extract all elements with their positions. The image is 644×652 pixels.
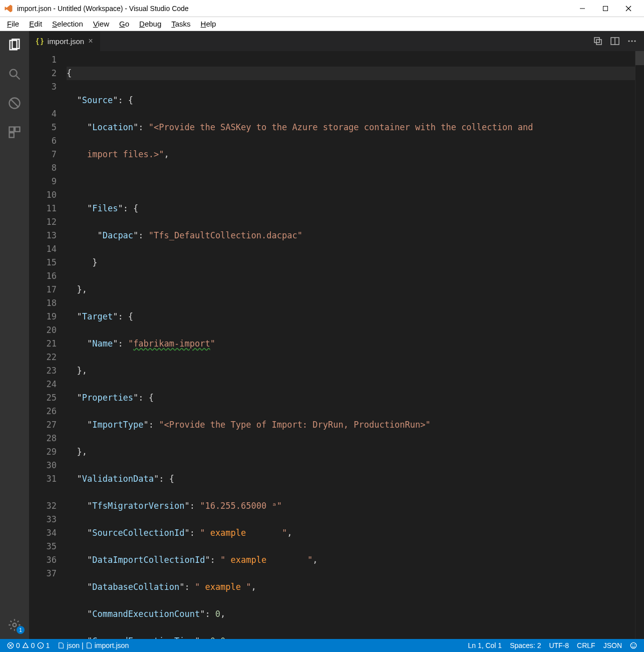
- settings-badge: 1: [17, 626, 25, 634]
- file-icon: [58, 642, 65, 649]
- vscode-icon: [4, 4, 13, 13]
- breadcrumb-file: import.json: [95, 641, 129, 649]
- window-controls: [571, 0, 640, 17]
- svg-rect-11: [15, 127, 20, 132]
- tab-close-icon[interactable]: ×: [88, 37, 93, 46]
- file-icon: [86, 642, 93, 649]
- svg-line-9: [11, 99, 19, 107]
- menubar: File Edit Selection View Go Debug Tasks …: [0, 17, 644, 31]
- extensions-icon[interactable]: [6, 123, 24, 141]
- split-editor-icon[interactable]: [610, 36, 620, 46]
- svg-rect-15: [596, 40, 601, 45]
- svg-point-13: [13, 623, 17, 627]
- svg-rect-10: [10, 127, 14, 132]
- menu-file[interactable]: File: [2, 19, 24, 29]
- menu-help[interactable]: Help: [196, 19, 221, 29]
- svg-point-29: [634, 644, 635, 645]
- titlebar: import.json - Untitled (Workspace) - Vis…: [0, 0, 644, 17]
- svg-point-19: [631, 40, 632, 42]
- editor-actions: [586, 31, 644, 51]
- search-icon[interactable]: [6, 65, 24, 83]
- svg-point-18: [628, 40, 629, 42]
- status-encoding[interactable]: UTF-8: [547, 639, 571, 652]
- svg-rect-1: [603, 6, 608, 11]
- status-problems[interactable]: 0 0 1: [5, 639, 52, 652]
- svg-rect-14: [594, 38, 599, 43]
- svg-rect-12: [10, 133, 14, 137]
- editor[interactable]: 1234567891011121314151617181920212223242…: [29, 51, 644, 639]
- status-language[interactable]: JSON: [601, 639, 624, 652]
- settings-icon[interactable]: 1: [6, 616, 24, 634]
- menu-go[interactable]: Go: [114, 19, 134, 29]
- status-info-count: 1: [46, 641, 50, 649]
- svg-point-20: [634, 40, 635, 42]
- json-file-icon: { }: [36, 37, 44, 45]
- more-actions-icon[interactable]: [627, 36, 637, 46]
- svg-point-27: [630, 642, 636, 648]
- activitybar: 1: [0, 31, 29, 639]
- tab-label: import.json: [48, 37, 84, 46]
- window-title: import.json - Untitled (Workspace) - Vis…: [17, 5, 571, 13]
- status-cursor[interactable]: Ln 1, Col 1: [466, 639, 504, 652]
- close-button[interactable]: [617, 0, 640, 17]
- status-indent[interactable]: Spaces: 2: [508, 639, 543, 652]
- menu-selection[interactable]: Selection: [47, 19, 88, 29]
- breadcrumb-folder: json: [67, 641, 80, 649]
- tabbar: { } import.json ×: [29, 31, 644, 51]
- svg-line-7: [17, 76, 20, 80]
- status-breadcrumb[interactable]: json | import.json: [56, 639, 131, 652]
- code-content[interactable]: { "Source": { "Location": "<Provide the …: [67, 51, 635, 639]
- statusbar: 0 0 1 json | import.json Ln 1, Col 1 Spa…: [0, 639, 644, 652]
- debug-icon[interactable]: [6, 94, 24, 112]
- line-gutter: 1234567891011121314151617181920212223242…: [29, 51, 67, 639]
- editor-column: { } import.json × 1234567891011121314151…: [29, 31, 644, 639]
- status-eol[interactable]: CRLF: [575, 639, 597, 652]
- open-changes-icon[interactable]: [593, 36, 603, 46]
- status-feedback-icon[interactable]: [628, 639, 639, 652]
- svg-point-28: [632, 644, 633, 645]
- status-warnings-count: 0: [31, 641, 35, 649]
- maximize-button[interactable]: [594, 0, 617, 17]
- explorer-icon[interactable]: [6, 36, 24, 54]
- menu-edit[interactable]: Edit: [24, 19, 47, 29]
- svg-point-6: [10, 70, 17, 77]
- menu-view[interactable]: View: [88, 19, 114, 29]
- menu-debug[interactable]: Debug: [134, 19, 166, 29]
- main-area: 1 { } import.json × 12345678910111213141…: [0, 31, 644, 639]
- status-errors-count: 0: [16, 641, 20, 649]
- minimap[interactable]: [635, 51, 644, 639]
- menu-tasks[interactable]: Tasks: [166, 19, 195, 29]
- tab-import-json[interactable]: { } import.json ×: [29, 31, 101, 51]
- minimap-viewport[interactable]: [635, 51, 644, 65]
- minimize-button[interactable]: [571, 0, 594, 17]
